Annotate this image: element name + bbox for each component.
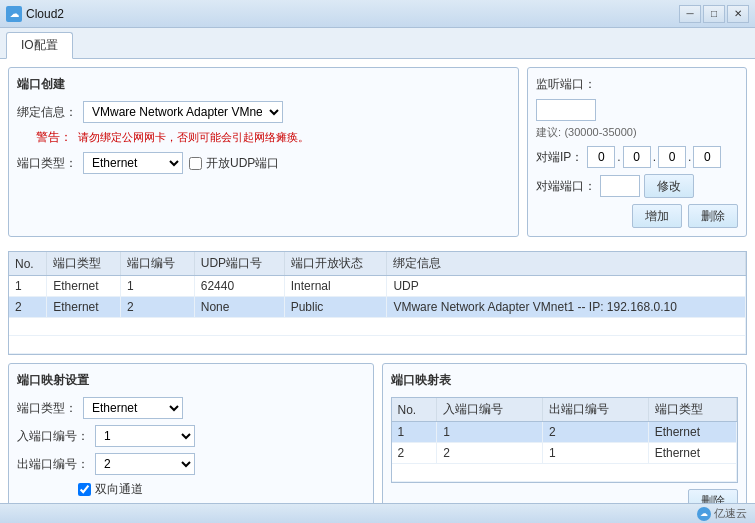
- peer-ip-1[interactable]: [623, 146, 651, 168]
- col-no: No.: [9, 252, 47, 276]
- cell-type: Ethernet: [47, 297, 121, 318]
- mapping-table: No. 入端口编号 出端口编号 端口类型 1 1 2 Ethernet: [392, 398, 738, 482]
- col-bind: 绑定信息: [387, 252, 746, 276]
- peer-ip-group: . . .: [587, 146, 721, 168]
- mapping-type-label: 端口类型：: [17, 400, 77, 417]
- port-creation-section: 端口创建 绑定信息： VMware Network Adapter VMnet1…: [8, 67, 519, 237]
- col-status: 端口开放状态: [284, 252, 387, 276]
- cell-bind: VMware Network Adapter VMnet1 -- IP: 192…: [387, 297, 746, 318]
- table-row[interactable]: 2 Ethernet 2 None Public VMware Network …: [9, 297, 746, 318]
- warning-row: 警告： 请勿绑定公网网卡，否则可能会引起网络瘫痪。: [17, 129, 510, 146]
- table-row[interactable]: 1 Ethernet 1 62440 Internal UDP: [9, 276, 746, 297]
- mapping-table-section: 端口映射表 No. 入端口编号 出端口编号 端口类型 1: [382, 363, 748, 523]
- port-mapping-section: 端口映射设置 端口类型： Ethernet 入端口编号： 1 出端口编号： 2: [8, 363, 374, 523]
- port-type-select[interactable]: Ethernet: [83, 152, 183, 174]
- mcol-type: 端口类型: [648, 398, 736, 422]
- mapping-table-container: No. 入端口编号 出端口编号 端口类型 1 1 2 Ethernet: [391, 397, 739, 483]
- close-button[interactable]: ✕: [727, 5, 749, 23]
- action-btn-group: 增加 删除: [536, 204, 738, 228]
- port-table: No. 端口类型 端口编号 UDP端口号 端口开放状态 绑定信息 1 Ether…: [9, 252, 746, 354]
- type-label: 端口类型：: [17, 155, 77, 172]
- out-port-select[interactable]: 2: [95, 453, 195, 475]
- title-bar: ☁ Cloud2 ─ □ ✕: [0, 0, 755, 28]
- tab-bar: IO配置: [0, 28, 755, 59]
- port-table-container: No. 端口类型 端口编号 UDP端口号 端口开放状态 绑定信息 1 Ether…: [8, 251, 747, 355]
- logo-icon: ☁: [697, 507, 711, 521]
- peer-ip-row: 对端IP： . . .: [536, 146, 738, 168]
- peer-port-input[interactable]: 0: [600, 175, 640, 197]
- peer-ip-0[interactable]: [587, 146, 615, 168]
- suggest-range: (30000-35000): [564, 126, 636, 138]
- port-type-row: 端口类型： Ethernet 开放UDP端口: [17, 152, 510, 174]
- cell-udp: 62440: [194, 276, 284, 297]
- mapping-table-title: 端口映射表: [391, 372, 739, 389]
- col-type: 端口类型: [47, 252, 121, 276]
- cell-udp: None: [194, 297, 284, 318]
- bidirectional-row: 双向通道: [17, 481, 365, 498]
- listen-port-input[interactable]: 30000: [536, 99, 596, 121]
- mcol-in: 入端口编号: [437, 398, 543, 422]
- peer-ip-label: 对端IP：: [536, 149, 583, 166]
- udp-checkbox-label[interactable]: 开放UDP端口: [189, 155, 279, 172]
- peer-port-row: 对端端口： 0 修改: [536, 174, 738, 198]
- cell-portno: 2: [120, 297, 194, 318]
- bind-select[interactable]: VMware Network Adapter VMnet1 -- IP: 192…: [83, 101, 283, 123]
- bidirectional-label[interactable]: 双向通道: [78, 481, 143, 498]
- udp-checkbox[interactable]: [189, 157, 202, 170]
- bind-label: 绑定信息：: [17, 104, 77, 121]
- window-controls: ─ □ ✕: [679, 5, 749, 23]
- cell-bind: UDP: [387, 276, 746, 297]
- cell-status: Public: [284, 297, 387, 318]
- cell-no: 2: [9, 297, 47, 318]
- listen-label: 监听端口：: [536, 76, 596, 93]
- out-port-row: 出端口编号： 2: [17, 453, 365, 475]
- maximize-button[interactable]: □: [703, 5, 725, 23]
- mapping-type-select[interactable]: Ethernet: [83, 397, 183, 419]
- listen-port-row: 监听端口：: [536, 76, 738, 93]
- table-row-empty: [9, 336, 746, 354]
- cell-type: Ethernet: [47, 276, 121, 297]
- modify-button[interactable]: 修改: [644, 174, 694, 198]
- add-port-button[interactable]: 增加: [632, 204, 682, 228]
- window-title: Cloud2: [26, 7, 679, 21]
- mapping-type-row: 端口类型： Ethernet: [17, 397, 365, 419]
- warn-label: 警告：: [17, 129, 72, 146]
- suggest-label: 建议:: [536, 126, 561, 138]
- logo-text: 亿速云: [714, 506, 747, 521]
- cell-portno: 1: [120, 276, 194, 297]
- bottom-layout: 端口映射设置 端口类型： Ethernet 入端口编号： 1 出端口编号： 2: [8, 363, 747, 523]
- mapping-table-row[interactable]: 2 2 1 Ethernet: [392, 443, 737, 464]
- out-port-label: 出端口编号：: [17, 456, 89, 473]
- bidirectional-checkbox[interactable]: [78, 483, 91, 496]
- app-icon: ☁: [6, 6, 22, 22]
- peer-ip-2[interactable]: [658, 146, 686, 168]
- minimize-button[interactable]: ─: [679, 5, 701, 23]
- tab-io-config[interactable]: IO配置: [6, 32, 73, 59]
- peer-port-label: 对端端口：: [536, 178, 596, 195]
- warn-text: 请勿绑定公网网卡，否则可能会引起网络瘫痪。: [78, 130, 309, 145]
- col-portno: 端口编号: [120, 252, 194, 276]
- cell-no: 1: [9, 276, 47, 297]
- cell-status: Internal: [284, 276, 387, 297]
- mcol-out: 出端口编号: [542, 398, 648, 422]
- mapping-section-title: 端口映射设置: [17, 372, 365, 389]
- listen-config-section: 监听端口： 30000 建议: (30000-35000) 对端IP： . . …: [527, 67, 747, 237]
- col-udp: UDP端口号: [194, 252, 284, 276]
- mapping-table-row[interactable]: 1 1 2 Ethernet: [392, 422, 737, 443]
- in-port-row: 入端口编号： 1: [17, 425, 365, 447]
- in-port-label: 入端口编号：: [17, 428, 89, 445]
- main-content: 端口创建 绑定信息： VMware Network Adapter VMnet1…: [0, 59, 755, 523]
- port-creation-title: 端口创建: [17, 76, 510, 93]
- bind-info-row: 绑定信息： VMware Network Adapter VMnet1 -- I…: [17, 101, 510, 123]
- in-port-select[interactable]: 1: [95, 425, 195, 447]
- peer-ip-3[interactable]: [693, 146, 721, 168]
- mapping-table-row-empty: [392, 464, 737, 482]
- footer: ☁ 亿速云: [0, 503, 755, 523]
- delete-port-button[interactable]: 删除: [688, 204, 738, 228]
- logo-area: ☁ 亿速云: [697, 506, 747, 521]
- mcol-no: No.: [392, 398, 437, 422]
- table-row-empty: [9, 318, 746, 336]
